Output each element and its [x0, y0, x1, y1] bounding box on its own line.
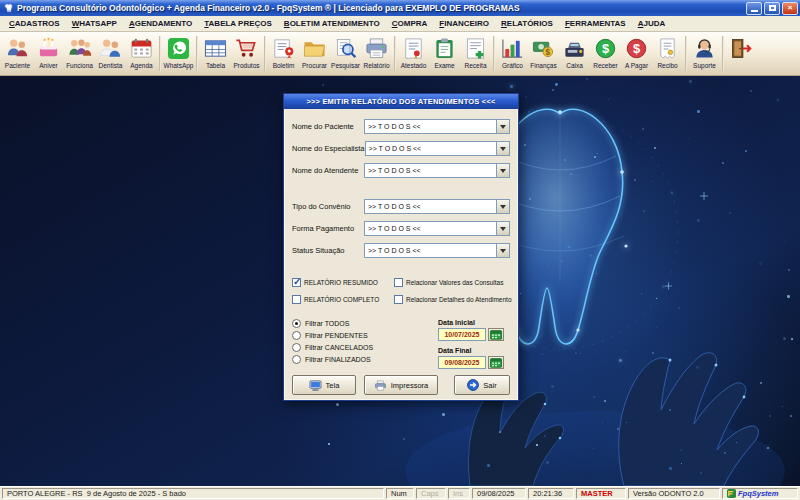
menu-item-compra[interactable]: COMPRA — [386, 18, 434, 29]
toolbar-dentista-button[interactable]: Dentista — [95, 33, 126, 74]
radio-button[interactable] — [292, 319, 301, 328]
dropdown-arrow-icon[interactable] — [496, 222, 509, 235]
field-label: Nome do Atendente — [292, 166, 364, 175]
toolbar-produtos-button[interactable]: Produtos — [231, 33, 262, 74]
toolbar-procurar-button[interactable]: Procurar — [299, 33, 330, 74]
checkbox-box[interactable] — [292, 278, 301, 287]
select-forma-pagamento[interactable]: >> T O D O S << — [364, 221, 510, 236]
menu-bar: CADASTROSWHATSAPPAGENDAMENTOTABELA PREÇO… — [0, 16, 800, 32]
status-filter-column: Filtrar TODOSFiltrar PENDENTESFiltrar CA… — [292, 319, 438, 375]
svg-text:$: $ — [602, 41, 609, 56]
dropdown-arrow-icon[interactable] — [496, 244, 509, 257]
menu-item-whatsapp[interactable]: WHATSAPP — [66, 18, 123, 29]
status-brand-label: FpqSystem — [738, 489, 778, 498]
checkbox-box[interactable] — [394, 295, 403, 304]
checkbox-label: RELATÓRIO RESUMIDO — [304, 279, 378, 286]
toolbar-atestado-button[interactable]: Atestado — [398, 33, 429, 74]
checkbox-relatorio-completo[interactable]: RELATÓRIO COMPLETO — [292, 294, 394, 305]
toolbar-button-label: A Pagar — [625, 62, 648, 69]
radio-filtrar-todos[interactable]: Filtrar TODOS — [292, 319, 438, 328]
toolbar-caixa-button[interactable]: Caixa — [559, 33, 590, 74]
toolbar-paciente-button[interactable]: Paciente — [2, 33, 33, 74]
menu-item-agendamento[interactable]: AGENDAMENTO — [123, 18, 198, 29]
radio-filtrar-cancelados[interactable]: Filtrar CANCELADOS — [292, 343, 438, 352]
toolbar-button-label: Tabela — [206, 62, 225, 69]
checkbox-relatorio-resumido[interactable]: RELATÓRIO RESUMIDO — [292, 277, 394, 288]
radio-button[interactable] — [292, 331, 301, 340]
radio-button[interactable] — [292, 343, 301, 352]
dropdown-arrow-icon[interactable] — [496, 120, 509, 133]
dropdown-arrow-icon[interactable] — [496, 164, 509, 177]
cash-register-icon — [562, 36, 588, 61]
bulletin-icon — [271, 36, 297, 61]
toolbar-exit-button[interactable] — [726, 33, 757, 74]
toolbar-receber-button[interactable]: $Receber — [590, 33, 621, 74]
select-nome-do-paciente[interactable]: >> T O D O S << — [364, 119, 510, 134]
menu-item-ferramentas[interactable]: FERRAMENTAS — [559, 18, 632, 29]
select-nome-do-especialista[interactable]: >> T O D O S << — [365, 141, 510, 156]
toolbar-whatsapp-button[interactable]: WhatsApp — [163, 33, 194, 74]
start-date-calendar-button[interactable] — [488, 328, 504, 341]
toolbar-funciona-button[interactable]: Funciona — [64, 33, 95, 74]
status-version: Versão ODONTO 2.0 — [628, 488, 720, 499]
toolbar-button-label: WhatsApp — [164, 62, 194, 69]
checkbox-box[interactable] — [394, 278, 403, 287]
checkbox-relacionar-detalhes-do-atendimento[interactable]: Relacionar Detalhes do Atendimento — [394, 294, 512, 305]
field-label: Forma Pagamento — [292, 224, 364, 233]
select-status-situacao[interactable]: >> T O D O S << — [364, 243, 510, 258]
tela-button[interactable]: Tela — [292, 375, 356, 395]
end-date-calendar-button[interactable] — [488, 356, 504, 369]
dropdown-arrow-icon[interactable] — [496, 200, 509, 213]
support-headset-icon — [692, 36, 718, 61]
status-ins-indicator: Ins — [448, 488, 470, 499]
field-label: Nome do Especialista — [292, 144, 365, 153]
app-tooth-icon — [2, 2, 14, 14]
menu-item-financeiro[interactable]: FINANCEIRO — [433, 18, 495, 29]
toolbar-agenda-button[interactable]: Agenda — [126, 33, 157, 74]
menu-item-cadastros[interactable]: CADASTROS — [3, 18, 66, 29]
toolbar-separator — [493, 36, 495, 71]
toolbar-recibo-button[interactable]: Recibo — [652, 33, 683, 74]
status-bar: PORTO ALEGRE - RS 9 de Agosto de 2025 - … — [0, 486, 800, 500]
menu-item-boletim-atendimento[interactable]: BOLETIM ATENDIMENTO — [278, 18, 386, 29]
toolbar-a-pagar-button[interactable]: $A Pagar — [621, 33, 652, 74]
report-type-column: RELATÓRIO RESUMIDORELATÓRIO COMPLETO — [292, 277, 394, 305]
radio-button[interactable] — [292, 355, 301, 364]
toolbar-pesquisar-button[interactable]: Pesquisar — [330, 33, 361, 74]
toolbar-aniver-button[interactable]: Aniver — [33, 33, 64, 74]
date-range: Data Inicial 10/07/2025 Data Final 09/08… — [438, 319, 510, 375]
window-controls: × — [746, 2, 798, 15]
menu-item-ajuda[interactable]: AJUDA — [632, 18, 672, 29]
toolbar-relatorio-button[interactable]: Relatório — [361, 33, 392, 74]
certificate-icon — [401, 36, 427, 61]
checkbox-relacionar-valores-das-consultas[interactable]: Relacionar Valores das Consultas — [394, 277, 512, 288]
select-tipo-do-convenio[interactable]: >> T O D O S << — [364, 199, 510, 214]
toolbar-suporte-button[interactable]: Suporte — [689, 33, 720, 74]
sair-button[interactable]: Sair — [454, 375, 510, 395]
magnifier-icon — [333, 36, 359, 61]
impressora-button[interactable]: Impressora — [364, 375, 438, 395]
status-time: 20:21:36 — [528, 488, 574, 499]
exit-door-icon — [729, 36, 755, 61]
start-date-input[interactable]: 10/07/2025 — [438, 328, 486, 341]
toolbar-exame-button[interactable]: Exame — [429, 33, 460, 74]
toolbar-boletim-button[interactable]: Boletim — [268, 33, 299, 74]
receipt-icon — [655, 36, 681, 61]
toolbar-tabela-button[interactable]: Tabela — [200, 33, 231, 74]
toolbar-grafico-button[interactable]: Gráfico — [497, 33, 528, 74]
radio-filtrar-pendentes[interactable]: Filtrar PENDENTES — [292, 331, 438, 340]
menu-item-tabela-precos[interactable]: TABELA PREÇOS — [198, 18, 278, 29]
select-nome-do-atendente[interactable]: >> T O D O S << — [364, 163, 510, 178]
radio-filtrar-finalizados[interactable]: Filtrar FINALIZADOS — [292, 355, 438, 364]
checkbox-box[interactable] — [292, 295, 301, 304]
emit-report-dialog: >>> EMITIR RELATÓRIO DOS ATENDIMENTOS <<… — [283, 93, 519, 401]
toolbar-button-label: Paciente — [5, 62, 30, 69]
maximize-icon[interactable] — [764, 2, 780, 15]
menu-item-relatorios[interactable]: RELATÓRIOS — [495, 18, 559, 29]
end-date-input[interactable]: 09/08/2025 — [438, 356, 486, 369]
toolbar-receita-button[interactable]: Receita — [460, 33, 491, 74]
close-icon[interactable]: × — [782, 2, 798, 15]
minimize-icon[interactable] — [746, 2, 762, 15]
toolbar-financas-button[interactable]: $Finanças — [528, 33, 559, 74]
dropdown-arrow-icon[interactable] — [496, 142, 509, 155]
